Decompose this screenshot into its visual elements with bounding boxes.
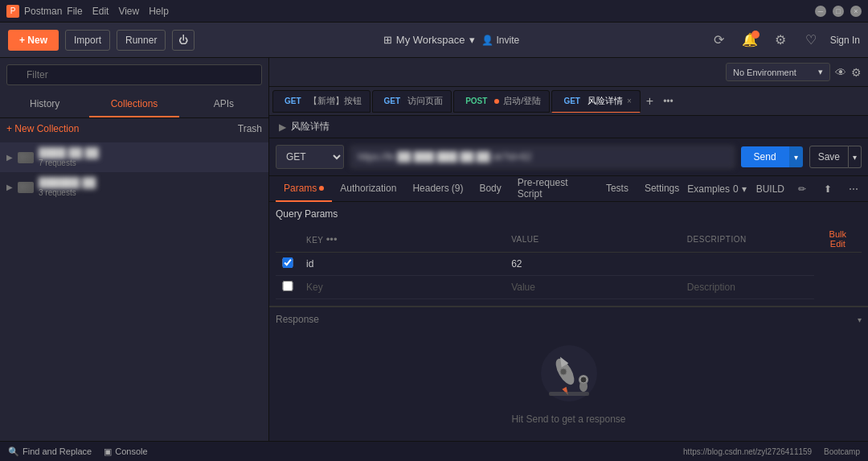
more-tabs-button[interactable]: •••	[659, 96, 678, 107]
opt-tab-body[interactable]: Body	[471, 176, 509, 202]
settings-button[interactable]: ⚙	[769, 29, 792, 51]
key-input-new[interactable]	[306, 282, 498, 293]
url-display: https://blog.csdn.net/zyl2726411159	[683, 447, 812, 456]
tab-apis[interactable]: APIs	[179, 92, 268, 117]
sidebar: 🔍 History Collections APIs + New Collect…	[0, 58, 269, 441]
signin-button[interactable]: Sign In	[830, 35, 860, 46]
opt-tab-settings[interactable]: Settings	[637, 176, 687, 202]
method-select[interactable]: GET POST PUT DELETE PATCH	[276, 145, 344, 169]
collection-meta: 7 requests	[39, 158, 262, 167]
menu-file[interactable]: File	[67, 6, 82, 17]
examples-button[interactable]: Examples 0 ▾	[687, 183, 746, 195]
collection-item[interactable]: ▶ ████ ██ ██ 7 requests	[0, 142, 268, 172]
opt-tab-tests[interactable]: Tests	[598, 176, 637, 202]
build-button[interactable]: BUILD	[756, 183, 784, 195]
sidebar-tabs: History Collections APIs	[0, 92, 268, 118]
unsaved-dot	[494, 99, 499, 104]
console-button[interactable]: ▣ Console	[104, 447, 147, 457]
th-value: VALUE	[505, 226, 681, 253]
capture-button[interactable]: ⏻	[172, 30, 194, 51]
bootcamp-label: Bootcamp	[824, 447, 860, 456]
row-checkbox[interactable]	[282, 257, 293, 268]
response-section: Response ▾	[269, 307, 868, 441]
collection-info: ████ ██ ██ 7 requests	[39, 147, 262, 167]
workspace-label: My Workspace	[396, 34, 465, 46]
menu-edit[interactable]: Edit	[92, 6, 109, 17]
collection-item[interactable]: ▶ ██████ ██ 3 requests	[0, 172, 268, 202]
sync-button[interactable]: ⟳	[708, 29, 731, 51]
value-input[interactable]	[511, 258, 674, 270]
send-button[interactable]: Send	[741, 146, 789, 167]
toolbar-center: ⊞ My Workspace ▾ 👤 Invite	[201, 34, 701, 46]
notification-button[interactable]: 🔔	[739, 29, 761, 51]
add-tab-button[interactable]: +	[642, 94, 657, 109]
more-button[interactable]: •••	[326, 233, 338, 245]
env-selector[interactable]: No Environment ▾	[726, 63, 830, 81]
headers-count-val: 9	[455, 183, 461, 194]
row-checkbox-new[interactable]	[282, 281, 293, 291]
heart-button[interactable]: ♡	[800, 29, 822, 51]
req-tab-0[interactable]: GET 【新增】按钮	[272, 90, 371, 113]
value-cell	[505, 253, 681, 276]
find-replace-label: Find and Replace	[23, 447, 92, 456]
table-row	[276, 253, 862, 276]
chevron-down-icon[interactable]: ▾	[858, 315, 862, 324]
close-tab-button[interactable]: ×	[627, 97, 632, 105]
url-input[interactable]	[350, 146, 735, 168]
req-tab-3[interactable]: GET 风险详情 ×	[551, 90, 640, 113]
desc-input-new[interactable]	[687, 282, 808, 293]
user-icon: 👤	[481, 35, 493, 46]
trash-button[interactable]: Trash	[238, 123, 262, 134]
value-input-new[interactable]	[511, 282, 674, 293]
opt-tab-prerequest[interactable]: Pre-request Script	[510, 176, 598, 202]
minimize-button[interactable]: ─	[815, 6, 826, 17]
tab-history[interactable]: History	[0, 92, 89, 117]
invite-button[interactable]: 👤 Invite	[481, 35, 520, 46]
new-button[interactable]: + New	[8, 30, 59, 51]
opt-tab-params[interactable]: Params	[276, 176, 332, 202]
notification-badge	[751, 31, 760, 39]
tab-collections[interactable]: Collections	[89, 92, 178, 117]
key-cell-new	[300, 276, 505, 299]
maximize-button[interactable]: □	[833, 6, 844, 17]
new-collection-button[interactable]: + New Collection	[6, 123, 79, 134]
bulk-edit-button[interactable]: Bulk Edit	[821, 229, 855, 249]
share-button[interactable]: ⬆	[820, 181, 836, 197]
grid-icon: ⊞	[383, 34, 392, 46]
eye-button[interactable]: 👁	[835, 66, 846, 79]
menu-help[interactable]: Help	[149, 6, 169, 17]
toolbar-right: ⟳ 🔔 ⚙ ♡ Sign In	[708, 29, 860, 51]
find-replace-button[interactable]: 🔍 Find and Replace	[8, 447, 92, 457]
collection-info: ██████ ██ 3 requests	[39, 177, 262, 197]
send-dropdown-button[interactable]: ▾	[789, 146, 803, 167]
edit-button[interactable]: ✏	[794, 181, 810, 197]
req-tab-1[interactable]: GET 访问页面	[372, 90, 452, 113]
console-label: Console	[115, 447, 147, 456]
opt-tab-authorization[interactable]: Authorization	[332, 176, 404, 202]
window-controls: ─ □ ×	[815, 6, 862, 17]
examples-label: Examples	[687, 183, 730, 195]
opt-tab-headers[interactable]: Headers ( 9 )	[404, 176, 471, 202]
save-dropdown-button[interactable]: ▾	[849, 146, 862, 168]
req-tab-2[interactable]: POST 启动/登陆	[453, 90, 550, 113]
menu-view[interactable]: View	[118, 6, 139, 17]
params-tbody	[276, 253, 862, 299]
tab-label: 风险详情	[588, 95, 623, 107]
request-options-bar: Params Authorization Headers ( 9 ) Body …	[269, 176, 868, 202]
save-button[interactable]: Save	[809, 146, 849, 168]
more-options-button[interactable]: ⋯	[845, 181, 862, 197]
request-tabs: GET 【新增】按钮 GET 访问页面 POST 启动/登陆 GET 风险详情 …	[269, 87, 868, 116]
tab-label: 【新增】按钮	[309, 95, 362, 107]
th-bulk-edit: Bulk Edit	[814, 226, 862, 253]
desc-input[interactable]	[687, 258, 808, 270]
workspace-button[interactable]: ⊞ My Workspace ▾	[383, 34, 475, 46]
runner-button[interactable]: Runner	[117, 30, 166, 51]
chevron-right-icon: ▶	[279, 121, 286, 133]
search-input[interactable]	[6, 64, 262, 85]
collection-meta: 3 requests	[39, 188, 262, 197]
close-button[interactable]: ×	[850, 6, 862, 17]
settings-env-button[interactable]: ⚙	[851, 66, 862, 79]
desc-cell	[681, 253, 814, 276]
import-button[interactable]: Import	[65, 30, 110, 51]
key-input[interactable]	[306, 258, 498, 270]
